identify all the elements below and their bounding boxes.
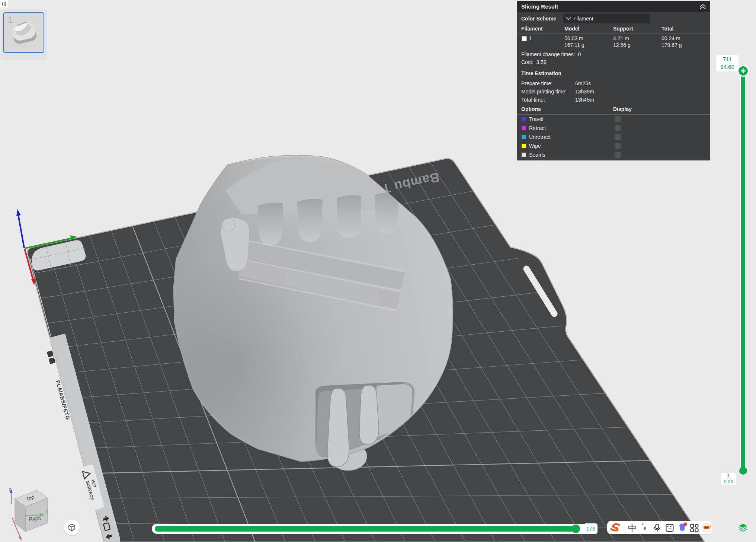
svg-text:y: y xyxy=(46,508,48,514)
